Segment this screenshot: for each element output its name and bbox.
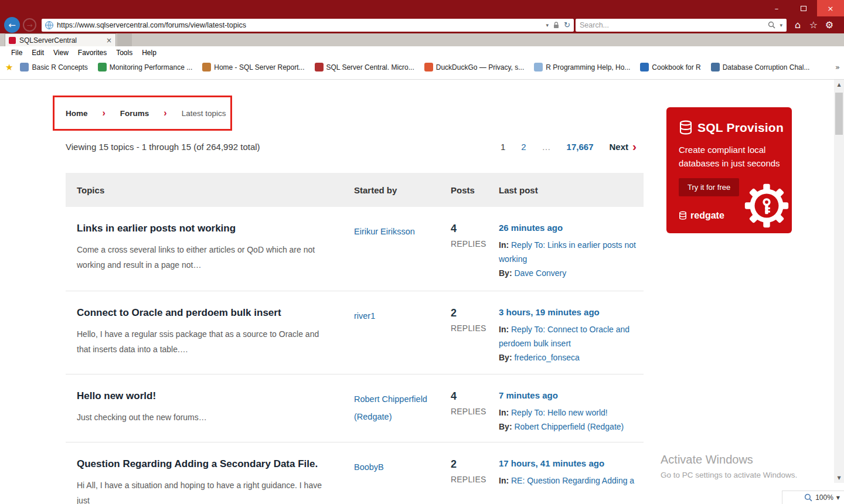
redgate-logo: redgate	[679, 210, 724, 221]
favorite-item[interactable]: Basic R Concepts	[20, 63, 87, 71]
last-post-by-line: By: frederico_fonseca	[499, 350, 644, 365]
close-button[interactable]: ×	[817, 0, 844, 16]
zoom-level-label: 100%	[815, 493, 833, 502]
menu-tools[interactable]: Tools	[111, 49, 137, 57]
forward-button[interactable]: →	[23, 18, 36, 32]
ad-brand-name: SQL Provision	[697, 121, 784, 135]
topic-excerpt: Hi All, I have a situation and hoping to…	[77, 478, 328, 504]
in-label: In:	[499, 240, 509, 250]
last-post-time-link[interactable]: 3 hours, 19 minutes ago	[499, 307, 644, 317]
breadcrumb-home[interactable]: Home	[66, 109, 88, 118]
replies-label: REPLIES	[451, 323, 499, 333]
last-post-author-link[interactable]: Dave Convery	[514, 268, 566, 278]
tab-close-icon[interactable]: ×	[106, 36, 112, 45]
settings-gear-icon[interactable]: ⚙	[824, 19, 835, 30]
favorite-item[interactable]: Database Corruption Chal...	[711, 63, 810, 71]
pagination-page-last[interactable]: 17,667	[567, 142, 594, 152]
favorite-favicon-icon	[202, 63, 211, 71]
started-by-link[interactable]: Robert Chipperfield (Redgate)	[354, 390, 451, 442]
pagination-next-button[interactable]: Next ›	[609, 142, 637, 152]
favorite-item[interactable]: R Programming Help, Ho...	[534, 63, 630, 71]
menu-view[interactable]: View	[49, 49, 73, 57]
topic-title-link[interactable]: Links in earlier posts not working	[77, 223, 328, 234]
title-bar: – ×	[0, 0, 844, 16]
pagination-page-2[interactable]: 2	[521, 142, 526, 152]
close-icon: ×	[828, 4, 834, 13]
in-label: In:	[499, 408, 509, 417]
vertical-scrollbar[interactable]: ▲ ▼	[834, 80, 844, 483]
topic-title-link[interactable]: Connect to Oracle and perdoem bulk inser…	[77, 307, 328, 319]
favorites-overflow-icon[interactable]: »	[835, 63, 840, 71]
zoom-control[interactable]: 100% ▼	[782, 491, 844, 504]
menu-help[interactable]: Help	[137, 49, 161, 57]
topic-title-link[interactable]: Hello new world!	[77, 390, 328, 402]
last-post-time-link[interactable]: 26 minutes ago	[499, 223, 644, 233]
url-input[interactable]	[57, 21, 546, 29]
pagination-page-1: 1	[501, 142, 505, 152]
favorites-bar-star-icon[interactable]: ★	[5, 62, 13, 73]
tab-sqlservercentral[interactable]: SQLServerCentral ×	[5, 33, 116, 46]
menu-favorites[interactable]: Favorites	[73, 49, 111, 57]
try-it-for-free-button[interactable]: Try it for free	[679, 178, 739, 196]
menu-bar: File Edit View Favorites Tools Help	[0, 46, 844, 59]
started-by-link[interactable]: river1	[354, 307, 451, 374]
favorite-label: Basic R Concepts	[32, 63, 87, 71]
scrollbar-thumb[interactable]	[835, 93, 843, 135]
chevron-right-icon: ›	[632, 142, 637, 151]
last-post-in-line: In: RE: Question Regarding Adding a	[499, 474, 644, 488]
last-post-author-link[interactable]: Robert Chipperfield (Redgate)	[514, 422, 624, 431]
topics-summary: Viewing 15 topics - 1 through 15 (of 264…	[66, 142, 260, 152]
database-icon	[679, 120, 693, 135]
header-last-post: Last post	[499, 185, 644, 195]
last-post-topic-link[interactable]: Reply To: Hello new world!	[511, 408, 608, 417]
last-post-topic-link[interactable]: Reply To: Connect to Oracle and perdoem …	[499, 325, 629, 348]
favorite-item[interactable]: Cookbook for R	[640, 63, 700, 71]
last-post-time-link[interactable]: 17 hours, 41 minutes ago	[499, 458, 644, 468]
favorite-label: Database Corruption Chal...	[723, 63, 810, 71]
breadcrumb-forums[interactable]: Forums	[120, 109, 149, 118]
sql-provision-ad[interactable]: SQL Provision Create compliant local dat…	[666, 107, 792, 233]
search-icon[interactable]	[768, 21, 775, 29]
last-post-author-link[interactable]: frederico_fonseca	[514, 353, 579, 362]
back-button[interactable]: ←	[4, 17, 20, 33]
favorite-item[interactable]: Home - SQL Server Report...	[202, 63, 304, 71]
last-post-by-line: By: Robert Chipperfield (Redgate)	[499, 420, 644, 434]
search-input[interactable]	[580, 21, 764, 29]
favorite-item[interactable]: Monitoring Performance ...	[98, 63, 192, 71]
search-caret-icon[interactable]: ▾	[780, 22, 782, 28]
favorites-star-icon[interactable]: ☆	[808, 19, 819, 30]
home-icon[interactable]: ⌂	[792, 19, 803, 30]
favorite-item[interactable]: DuckDuckGo — Privacy, s...	[424, 63, 524, 71]
favorite-favicon-icon	[315, 63, 324, 71]
menu-file[interactable]: File	[6, 49, 27, 57]
favorite-item[interactable]: SQL Server Central. Micro...	[315, 63, 414, 71]
topic-title-link[interactable]: Question Regarding Adding a Secondary Da…	[77, 458, 328, 470]
search-bar[interactable]: ▾	[576, 19, 787, 32]
favorite-label: DuckDuckGo — Privacy, s...	[436, 63, 524, 71]
scroll-down-icon[interactable]: ▼	[834, 473, 844, 483]
favorite-favicon-icon	[711, 63, 720, 71]
last-post-topic-link[interactable]: Reply To: Links in earlier posts not wor…	[499, 240, 636, 264]
new-tab-button[interactable]	[117, 33, 132, 46]
pagination-ellipsis: …	[542, 142, 551, 152]
started-by-link[interactable]: Eirikur Eiriksson	[354, 223, 451, 291]
scroll-up-icon[interactable]: ▲	[834, 80, 844, 90]
autocomplete-caret-icon[interactable]: ▾	[546, 22, 549, 28]
last-post-topic-link[interactable]: RE: Question Regarding Adding a	[511, 476, 634, 485]
reply-count: 2	[451, 458, 499, 471]
maximize-button[interactable]	[790, 0, 817, 16]
header-started-by: Started by	[354, 185, 451, 195]
topic-excerpt: Hello, I have a regular ssis package tha…	[77, 326, 328, 357]
by-label: By:	[499, 422, 512, 431]
menu-edit[interactable]: Edit	[27, 49, 49, 57]
refresh-icon[interactable]: ↻	[564, 21, 570, 29]
minimize-button[interactable]: –	[763, 0, 790, 16]
maximize-icon	[801, 6, 806, 11]
last-post-time-link[interactable]: 7 minutes ago	[499, 390, 644, 400]
started-by-link[interactable]: BoobyB	[354, 458, 451, 504]
address-bar[interactable]: ▾ ↻	[42, 19, 574, 32]
favorite-favicon-icon	[424, 63, 433, 71]
last-post-in-line: In: Reply To: Links in earlier posts not…	[499, 238, 644, 266]
topic-excerpt: Come a cross several links to either art…	[77, 242, 328, 273]
redgate-database-icon	[679, 211, 687, 220]
